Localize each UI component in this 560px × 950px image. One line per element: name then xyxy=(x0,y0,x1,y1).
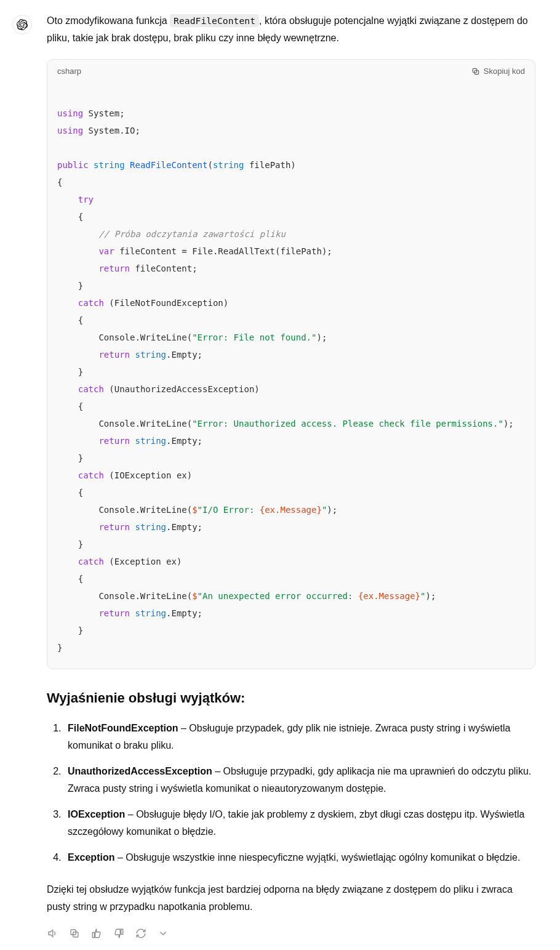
thumbs-down-button[interactable] xyxy=(113,928,124,939)
copy-icon xyxy=(69,928,80,939)
copy-message-button[interactable] xyxy=(69,928,80,939)
message-actions xyxy=(47,928,535,939)
explanation-heading: Wyjaśnienie obsługi wyjątków: xyxy=(47,686,535,710)
thumbs-down-icon xyxy=(113,928,124,939)
copy-code-button[interactable]: Skopiuj kod xyxy=(471,65,525,79)
assistant-avatar xyxy=(12,15,32,34)
regenerate-icon xyxy=(135,928,146,939)
openai-logo-icon xyxy=(17,19,28,30)
exception-name: Exception xyxy=(68,852,114,863)
exception-name: IOException xyxy=(68,809,125,819)
exception-name: FileNotFoundException xyxy=(68,723,178,733)
inline-code: ReadFileContent xyxy=(170,14,259,27)
explanation-list: FileNotFoundException – Obsługuje przypa… xyxy=(47,720,535,866)
thumbs-up-button[interactable] xyxy=(91,928,102,939)
code-block: csharp Skopiuj kod using System; using S… xyxy=(47,59,535,669)
list-item: UnauthorizedAccessException – Obsługuje … xyxy=(64,763,535,797)
copy-icon xyxy=(471,67,480,76)
read-aloud-button[interactable] xyxy=(47,928,58,939)
list-item: Exception – Obsługuje wszystkie inne nie… xyxy=(64,849,535,866)
outro-paragraph: Dzięki tej obsłudze wyjątków funkcja jes… xyxy=(47,881,535,916)
exception-desc: – Obsługuje błędy I/O, takie jak problem… xyxy=(68,809,524,837)
assistant-message: Oto zmodyfikowana funkcja ReadFileConten… xyxy=(12,12,535,939)
exception-desc: – Obsługuje wszystkie inne niespecyficzn… xyxy=(114,852,520,863)
list-item: IOException – Obsługuje błędy I/O, takie… xyxy=(64,806,535,840)
speaker-icon xyxy=(47,928,58,939)
code-pre[interactable]: using System; using System.IO; public st… xyxy=(47,84,535,669)
code-content: using System; using System.IO; public st… xyxy=(57,108,514,653)
message-content: Oto zmodyfikowana funkcja ReadFileConten… xyxy=(47,12,535,939)
copy-label: Skopiuj kod xyxy=(484,65,525,79)
intro-before: Oto zmodyfikowana funkcja xyxy=(47,15,170,26)
list-item: FileNotFoundException – Obsługuje przypa… xyxy=(64,720,535,754)
intro-paragraph: Oto zmodyfikowana funkcja ReadFileConten… xyxy=(47,12,535,47)
thumbs-up-icon xyxy=(91,928,102,939)
more-options-button[interactable] xyxy=(158,928,169,939)
exception-name: UnauthorizedAccessException xyxy=(68,766,212,776)
regenerate-button[interactable] xyxy=(135,928,146,939)
code-lang-label: csharp xyxy=(57,65,81,79)
chevron-down-icon xyxy=(158,928,169,939)
code-header: csharp Skopiuj kod xyxy=(47,60,535,84)
